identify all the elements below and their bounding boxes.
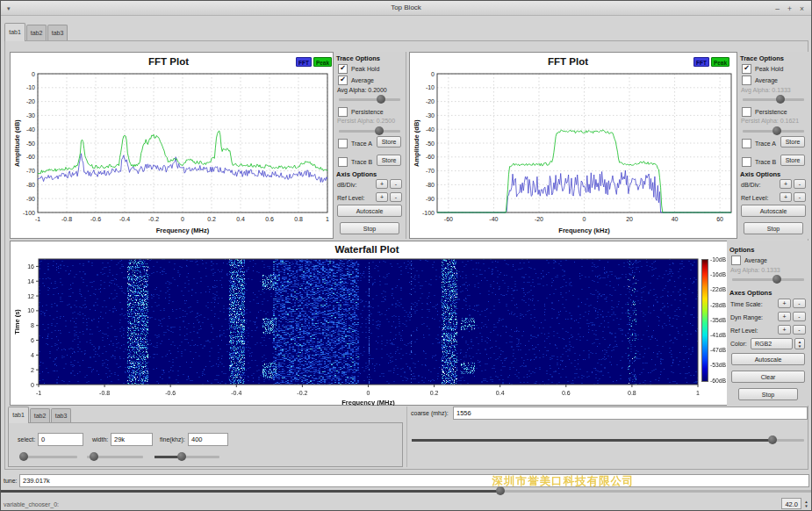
- variable-chooser-spinbox[interactable]: 42.0: [781, 498, 801, 509]
- svg-text:4: 4: [31, 352, 34, 358]
- ref-level-plus-button[interactable]: +: [376, 192, 388, 202]
- width-input[interactable]: 29k: [111, 433, 153, 446]
- svg-text:0: 0: [583, 216, 586, 222]
- peak-trace-toggle[interactable]: Peak: [711, 57, 729, 67]
- persistence-checkbox[interactable]: [742, 107, 751, 117]
- trace-a-checkbox[interactable]: [338, 139, 348, 148]
- bottom-tab-tab3[interactable]: tab3: [51, 408, 71, 423]
- tab-tab3[interactable]: tab3: [47, 25, 68, 41]
- svg-text:6: 6: [31, 337, 34, 343]
- fft-trace-toggle[interactable]: FFT: [693, 57, 709, 67]
- time-scale-minus-button[interactable]: -: [793, 299, 806, 308]
- db-div-minus-button[interactable]: -: [390, 179, 402, 189]
- stop-button[interactable]: Stop: [340, 222, 399, 234]
- trace-b-store-button[interactable]: Store: [377, 155, 401, 166]
- trace-b-checkbox[interactable]: [742, 157, 751, 167]
- colorbar-label: -22dB: [710, 286, 726, 292]
- average-checkbox[interactable]: ✔: [338, 76, 348, 85]
- autoscale-button[interactable]: Autoscale: [337, 205, 402, 217]
- variable-chooser-label: variable_chooser_0:: [4, 501, 59, 507]
- trace-a-row: Trace A: [338, 139, 372, 148]
- select-slider[interactable]: [21, 452, 77, 461]
- tune-slider[interactable]: [1, 486, 812, 495]
- peak-trace-toggle[interactable]: Peak: [313, 57, 332, 67]
- svg-text:16: 16: [27, 263, 34, 270]
- window-menu-icon[interactable]: ▾: [7, 1, 11, 16]
- coarse-input[interactable]: 1556: [453, 407, 808, 420]
- average-checkbox[interactable]: [731, 256, 741, 265]
- ref-level-minus-button[interactable]: -: [794, 192, 806, 202]
- clear-button[interactable]: Clear: [731, 371, 805, 383]
- avg-alpha-label: Avg Alpha: 0.2000: [337, 87, 387, 93]
- svg-text:-0.6: -0.6: [90, 216, 101, 222]
- colorbar-label: -41dB: [710, 332, 726, 338]
- ref-level-plus-button[interactable]: +: [778, 325, 791, 335]
- maximize-button[interactable]: +: [787, 4, 792, 13]
- db-div-plus-button[interactable]: +: [780, 179, 792, 189]
- stop-button[interactable]: Stop: [744, 222, 803, 234]
- avg-alpha-slider[interactable]: [743, 95, 804, 104]
- ref-level-minus-button[interactable]: -: [390, 192, 402, 202]
- average-checkbox[interactable]: [742, 76, 751, 85]
- close-button[interactable]: ×: [800, 4, 804, 13]
- variable-chooser-spinner[interactable]: ▲ ▼: [802, 498, 810, 509]
- dyn-range-minus-button[interactable]: -: [793, 312, 806, 321]
- splitter-divider[interactable]: [406, 407, 407, 467]
- autoscale-button[interactable]: Autoscale: [741, 205, 806, 217]
- trace-a-store-button[interactable]: Store: [377, 136, 401, 148]
- tab-tab2[interactable]: tab2: [26, 25, 47, 41]
- width-label: width:: [92, 436, 108, 443]
- trace-a-checkbox[interactable]: [742, 139, 751, 148]
- fine-input[interactable]: 400: [188, 433, 228, 446]
- spin-down-icon[interactable]: ▼: [804, 504, 808, 508]
- bottom-tab-tab1[interactable]: tab1: [8, 407, 29, 423]
- peak-hold-checkbox[interactable]: ✔: [742, 64, 751, 74]
- avg-alpha-slider[interactable]: [339, 95, 400, 104]
- avg-alpha-label: Avg Alpha: 0.1333: [730, 267, 780, 273]
- select-input[interactable]: 0: [38, 433, 83, 446]
- dyn-range-plus-button[interactable]: +: [778, 312, 791, 321]
- autoscale-button[interactable]: Autoscale: [731, 353, 805, 365]
- title-bar: ▾ Top Block – + ×: [1, 1, 811, 16]
- colorbar-label: -16dB: [710, 271, 726, 277]
- svg-text:-0.8: -0.8: [99, 390, 110, 396]
- svg-text:-10: -10: [26, 84, 35, 90]
- spin-down-icon[interactable]: ▼: [798, 344, 801, 349]
- peak-hold-checkbox[interactable]: ✔: [338, 64, 348, 74]
- trace-b-checkbox[interactable]: [338, 157, 348, 167]
- svg-text:-0.2: -0.2: [297, 390, 307, 396]
- app-window: ▾ Top Block – + × tab1 tab2 tab3 FFT Plo…: [0, 0, 812, 511]
- minimize-button[interactable]: –: [775, 4, 780, 13]
- color-spinner[interactable]: ▲ ▼: [794, 338, 805, 349]
- colorbar: [701, 259, 708, 382]
- svg-text:Frequency (MHz): Frequency (MHz): [341, 399, 395, 406]
- average-label: Average: [744, 257, 767, 263]
- color-dropdown[interactable]: RGB2: [751, 338, 793, 349]
- svg-text:-1: -1: [35, 216, 40, 222]
- persist-alpha-slider[interactable]: [339, 126, 400, 135]
- ref-level-minus-button[interactable]: -: [793, 325, 806, 335]
- width-slider[interactable]: [87, 452, 143, 461]
- persist-alpha-slider[interactable]: [743, 126, 804, 135]
- tab-tab1[interactable]: tab1: [4, 23, 25, 41]
- db-div-minus-button[interactable]: -: [794, 179, 806, 189]
- trace-b-store-button[interactable]: Store: [780, 155, 805, 166]
- time-scale-plus-button[interactable]: +: [778, 299, 791, 308]
- coarse-slider[interactable]: [412, 435, 804, 444]
- ref-level-plus-button[interactable]: +: [780, 192, 792, 202]
- fine-slider[interactable]: [154, 452, 219, 461]
- stop-button[interactable]: Stop: [738, 388, 798, 400]
- bottom-tab-tab2[interactable]: tab2: [30, 408, 50, 423]
- window-title: Top Block: [1, 1, 811, 15]
- svg-text:14: 14: [27, 278, 34, 284]
- tune-input[interactable]: 239.017k: [19, 474, 809, 487]
- db-div-plus-button[interactable]: +: [376, 179, 388, 189]
- persistence-checkbox[interactable]: [338, 107, 348, 117]
- avg-alpha-slider[interactable]: [732, 275, 804, 284]
- svg-text:-0.8: -0.8: [61, 216, 72, 222]
- svg-text:-60: -60: [426, 154, 435, 160]
- trace-a-store-button[interactable]: Store: [780, 136, 805, 148]
- ref-level-label: Ref Level:: [337, 195, 365, 201]
- fft-trace-toggle[interactable]: FFT: [296, 57, 312, 67]
- svg-text:-0.4: -0.4: [231, 390, 241, 396]
